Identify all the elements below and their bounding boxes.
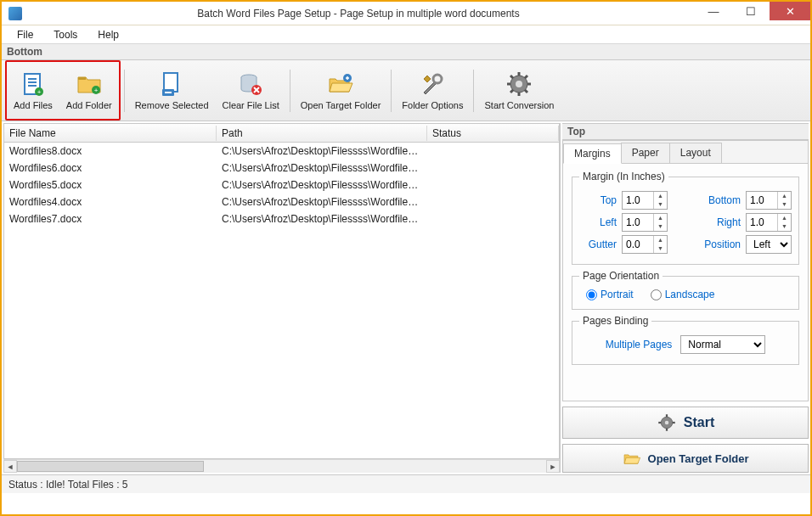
scroll-right-icon[interactable]: ►	[546, 460, 560, 473]
add-folder-button[interactable]: + Add Folder	[59, 64, 119, 117]
folder-options-label: Folder Options	[402, 100, 463, 110]
spin-down-icon[interactable]: ▼	[654, 244, 667, 253]
statusbar: Status : Idle! Total Files : 5	[2, 474, 810, 493]
menu-help[interactable]: Help	[89, 27, 127, 42]
gear-icon	[657, 412, 677, 433]
orientation-landscape[interactable]: Landscape	[651, 289, 715, 300]
folder-open-icon	[327, 70, 354, 98]
tab-layout[interactable]: Layout	[669, 143, 722, 163]
file-table: File Name Path Status Wordfiles8.docxC:\…	[3, 123, 560, 459]
add-files-button[interactable]: + Add Files	[7, 64, 59, 117]
main-area: File Name Path Status Wordfiles8.docxC:\…	[2, 121, 810, 474]
margin-bottom-label: Bottom	[695, 194, 741, 206]
margin-top-input[interactable]: ▲▼	[622, 191, 668, 210]
open-target-button[interactable]: Open Target Folder	[294, 64, 388, 117]
table-row[interactable]: Wordfiles6.docxC:\Users\Afroz\Desktop\Fi…	[4, 160, 559, 177]
spin-down-icon[interactable]: ▼	[654, 222, 667, 231]
cell-filename: Wordfiles5.docx	[4, 178, 217, 192]
col-path[interactable]: Path	[217, 126, 427, 141]
toolbar-add-group: + Add Files + Add Folder	[5, 60, 121, 121]
start-conversion-button[interactable]: Start Conversion	[477, 64, 561, 117]
toolbar-separator	[290, 70, 290, 112]
spin-up-icon[interactable]: ▲	[654, 192, 667, 200]
window-title: Batch Word Files Page Setup - Page Setup…	[22, 8, 695, 20]
clear-list-button[interactable]: Clear File List	[216, 64, 286, 117]
svg-point-19	[516, 81, 522, 87]
tab-margins[interactable]: Margins	[563, 143, 622, 164]
settings-panel: Top Margins Paper Layout Margin (In Inch…	[562, 123, 809, 473]
add-folder-label: Add Folder	[66, 100, 112, 110]
spin-up-icon[interactable]: ▲	[654, 236, 667, 244]
toolbar: + Add Files + Add Folder Remove Selected…	[2, 60, 810, 121]
menu-file[interactable]: File	[8, 27, 42, 42]
remove-selected-button[interactable]: Remove Selected	[128, 64, 216, 117]
settings-box: Margins Paper Layout Margin (In Inches) …	[562, 140, 809, 401]
table-header: File Name Path Status	[4, 124, 559, 143]
margin-right-label: Right	[695, 216, 741, 228]
svg-text:+: +	[93, 87, 98, 94]
spin-up-icon[interactable]: ▲	[778, 214, 791, 222]
spin-down-icon[interactable]: ▼	[778, 222, 791, 231]
folder-add-icon: +	[76, 70, 103, 98]
svg-rect-11	[165, 92, 172, 93]
menu-tools[interactable]: Tools	[45, 27, 86, 42]
margin-position-select[interactable]: Left	[746, 235, 792, 254]
toolbar-separator	[124, 70, 125, 112]
orientation-portrait[interactable]: Portrait	[586, 289, 634, 300]
spin-down-icon[interactable]: ▼	[654, 200, 667, 209]
col-filename[interactable]: File Name	[4, 126, 217, 141]
margin-position-label: Position	[695, 238, 741, 250]
cell-status	[427, 218, 559, 220]
margin-left-input[interactable]: ▲▼	[622, 213, 668, 232]
col-status[interactable]: Status	[427, 126, 559, 141]
tools-icon	[419, 70, 446, 98]
open-target-folder-button[interactable]: Open Target Folder	[562, 444, 809, 473]
file-list-panel: File Name Path Status Wordfiles8.docxC:\…	[3, 123, 561, 473]
cell-filename: Wordfiles8.docx	[4, 144, 217, 158]
scroll-track[interactable]	[17, 460, 546, 473]
binding-select[interactable]: Normal	[680, 335, 765, 354]
titlebar: Batch Word Files Page Setup - Page Setup…	[2, 2, 810, 25]
files-icon: +	[20, 70, 47, 98]
table-row[interactable]: Wordfiles5.docxC:\Users\Afroz\Desktop\Fi…	[4, 177, 559, 194]
close-button[interactable]: ✕	[770, 2, 810, 20]
binding-label: Multiple Pages	[606, 339, 673, 351]
scroll-left-icon[interactable]: ◄	[3, 460, 17, 473]
horizontal-scrollbar[interactable]: ◄ ►	[3, 459, 560, 473]
orientation-fieldset: Page Orientation Portrait Landscape	[572, 270, 799, 310]
cell-path: C:\Users\Afroz\Desktop\Filessss\Wordfile…	[217, 161, 427, 175]
clear-list-label: Clear File List	[223, 100, 279, 110]
menubar: File Tools Help	[2, 25, 810, 44]
scroll-thumb[interactable]	[17, 461, 204, 472]
margin-bottom-input[interactable]: ▲▼	[746, 191, 792, 210]
start-button[interactable]: Start	[562, 407, 809, 439]
svg-point-17	[433, 75, 442, 83]
spin-up-icon[interactable]: ▲	[654, 214, 667, 222]
tab-paper[interactable]: Paper	[621, 143, 670, 163]
folder-options-button[interactable]: Folder Options	[395, 64, 470, 117]
folder-open-icon	[623, 449, 641, 468]
margin-gutter-input[interactable]: ▲▼	[622, 235, 668, 254]
margin-gutter-label: Gutter	[579, 238, 617, 250]
gear-icon	[505, 70, 533, 98]
cell-status	[427, 167, 559, 169]
cell-status	[427, 201, 559, 203]
svg-line-24	[510, 76, 513, 78]
clear-list-icon	[237, 70, 264, 98]
minimize-button[interactable]: —	[695, 2, 732, 20]
maximize-button[interactable]: ☐	[732, 2, 770, 20]
toolbar-separator	[391, 70, 392, 112]
table-row[interactable]: Wordfiles7.docxC:\Users\Afroz\Desktop\Fi…	[4, 210, 559, 227]
table-row[interactable]: Wordfiles8.docxC:\Users\Afroz\Desktop\Fi…	[4, 143, 559, 160]
spin-down-icon[interactable]: ▼	[778, 200, 791, 209]
cell-filename: Wordfiles6.docx	[4, 161, 217, 175]
margin-left-label: Left	[579, 216, 617, 228]
margin-top-label: Top	[579, 194, 617, 206]
spin-up-icon[interactable]: ▲	[778, 192, 791, 200]
table-row[interactable]: Wordfiles4.docxC:\Users\Afroz\Desktop\Fi…	[4, 194, 559, 210]
tabs: Margins Paper Layout	[563, 141, 808, 164]
app-icon	[8, 7, 22, 20]
cell-path: C:\Users\Afroz\Desktop\Filessss\Wordfile…	[217, 178, 427, 192]
margin-right-input[interactable]: ▲▼	[746, 213, 792, 232]
section-top-label: Top	[562, 123, 809, 140]
